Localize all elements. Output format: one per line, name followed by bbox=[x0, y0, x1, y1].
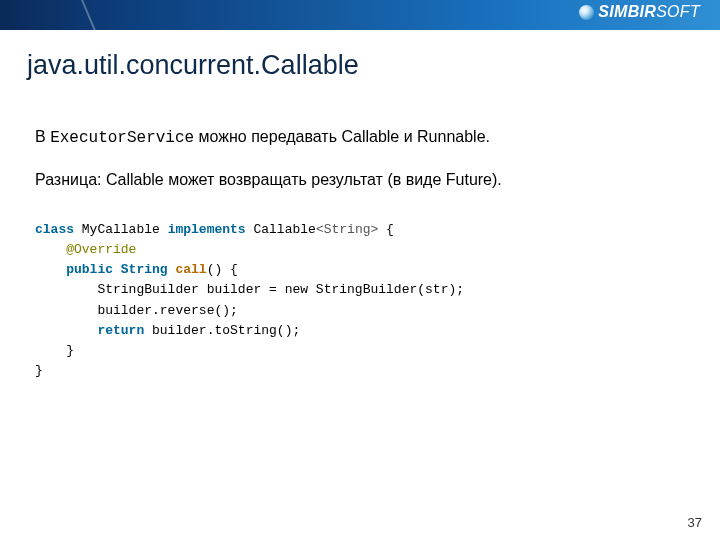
code-line: StringBuilder builder = new StringBuilde… bbox=[35, 282, 464, 297]
body-line-2: Разница: Callable может возвращать резул… bbox=[35, 168, 675, 192]
kw-return: return bbox=[35, 323, 144, 338]
generic: <String> bbox=[316, 222, 378, 237]
logo-text: SIMBIRSOFT bbox=[598, 3, 700, 21]
sig: () { bbox=[207, 262, 238, 277]
logo-brand-2: SOFT bbox=[656, 3, 700, 20]
page-number: 37 bbox=[688, 515, 702, 530]
page-title: java.util.concurrent.Callable bbox=[27, 50, 359, 81]
slide: SIMBIRSOFT java.util.concurrent.Callable… bbox=[0, 0, 720, 540]
body-text: В ExecutorService можно передавать Calla… bbox=[35, 125, 675, 210]
kw-class: class bbox=[35, 222, 74, 237]
header-bar: SIMBIRSOFT bbox=[0, 0, 720, 30]
iface: Callable bbox=[246, 222, 316, 237]
classname: MyCallable bbox=[74, 222, 168, 237]
logo-brand-1: SIMBIR bbox=[598, 3, 656, 20]
code-line: builder.reverse(); bbox=[35, 303, 238, 318]
code-block: class MyCallable implements Callable<Str… bbox=[35, 220, 464, 381]
kw-public: public bbox=[35, 262, 113, 277]
code-inline: ExecutorService bbox=[50, 129, 194, 147]
globe-icon bbox=[579, 5, 594, 20]
body-line-1: В ExecutorService можно передавать Calla… bbox=[35, 125, 675, 150]
brace: } bbox=[35, 363, 43, 378]
brace: } bbox=[35, 343, 74, 358]
logo: SIMBIRSOFT bbox=[579, 3, 700, 21]
brace: { bbox=[378, 222, 394, 237]
text: можно передавать Callable и Runnable. bbox=[194, 128, 490, 145]
annotation: @Override bbox=[35, 242, 136, 257]
kw-implements: implements bbox=[168, 222, 246, 237]
fn-name: call bbox=[175, 262, 206, 277]
text: В bbox=[35, 128, 50, 145]
return-type: String bbox=[113, 262, 175, 277]
code-line: builder.toString(); bbox=[144, 323, 300, 338]
